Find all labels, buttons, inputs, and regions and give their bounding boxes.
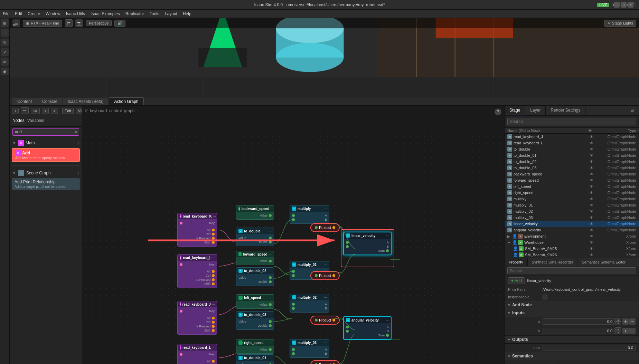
menu[interactable]: ··· — [213, 346, 215, 349]
restore-button[interactable]: □ — [621, 2, 627, 8]
node-menu[interactable]: ··· — [212, 256, 215, 260]
spin-up-btn[interactable]: ▲ — [615, 327, 621, 331]
instanceable-checkbox[interactable] — [543, 295, 547, 299]
plus-btn[interactable]: + — [622, 328, 629, 334]
tree-item-multiply-03[interactable]: N multiply_03 👁 OmniGraphNode — [505, 214, 639, 221]
tab-console[interactable]: Console — [37, 98, 62, 105]
menu-file[interactable]: File — [3, 11, 9, 16]
rotate-tool[interactable]: ↻ — [1, 39, 9, 46]
tree-item-environment[interactable]: ▶ 👤 X Environment 👁 Xform — [505, 233, 639, 239]
tree-item-to-double-01[interactable]: N to_double_01 👁 OmniGraphNode — [505, 152, 639, 159]
spin-down-btn[interactable]: ▼ — [615, 322, 621, 325]
product4-node[interactable]: Product — [310, 360, 340, 364]
more-btn[interactable]: > — [51, 108, 58, 114]
add-node-section[interactable]: ▼ Add Node — [505, 301, 639, 309]
search-clear-btn[interactable]: ✕ — [74, 130, 78, 134]
node-menu[interactable]: ··· — [269, 229, 272, 233]
spin-down-btn[interactable]: ▼ — [615, 331, 621, 334]
forward-speed-node[interactable]: forward_speed ··· Value — [236, 251, 274, 265]
scene-graph-header[interactable]: ▼ ⬡ Scene Graph 1 — [12, 169, 80, 178]
inputs-section[interactable]: ▼ Inputs — [505, 309, 639, 317]
menu[interactable]: ··· — [324, 296, 327, 299]
menu[interactable]: ··· — [212, 303, 215, 306]
tree-item-backward-speed[interactable]: N backward_speed 👁 OmniGraphNode — [505, 171, 639, 177]
renderer-btn[interactable]: ◉ RTX - Real-Time — [23, 20, 62, 27]
camera-icon[interactable]: 📷 — [75, 19, 83, 27]
tree-item-read-keyboard-j[interactable]: N read_keyboard_J 👁 OmniGraphNode — [505, 134, 639, 140]
menu[interactable]: ··· — [269, 341, 272, 345]
menu-replicator[interactable]: Replicator — [125, 11, 144, 16]
menu-layout[interactable]: Layout — [165, 11, 177, 16]
backward-speed-node[interactable]: V backward_speed ··· Value — [236, 205, 274, 220]
product2-node[interactable]: Product — [310, 271, 340, 280]
add-prim-item[interactable]: Add Prim Relationship Adds a target p...… — [12, 178, 80, 190]
menu[interactable]: ··· — [269, 313, 272, 317]
to-double-02-node[interactable]: × to_double_02 ··· Value Double — [236, 267, 274, 286]
tab-variables[interactable]: Variables — [27, 118, 44, 124]
menu-isaac-examples[interactable]: Isaac Examples — [91, 11, 120, 16]
tab-render-settings[interactable]: Render Settings — [546, 106, 585, 115]
graph-edit-btn[interactable]: Edit — [62, 108, 74, 114]
outputs-section[interactable]: ▼ Outputs — [505, 336, 639, 344]
menu[interactable]: ··· — [269, 269, 272, 273]
add-property-btn[interactable]: + Add — [508, 277, 525, 284]
menu[interactable]: ··· — [269, 356, 272, 360]
tree-item-angular-velocity[interactable]: N angular_velocity 👁 OmniGraphNode — [505, 227, 639, 233]
tree-item-sm-beama-9m25[interactable]: 👤 X SM_BeamA_9M25 👁 Xform — [505, 246, 639, 252]
plus-btn[interactable]: + — [622, 318, 629, 325]
menu-isaac-utils[interactable]: Isaac Utils — [66, 11, 85, 16]
graph-canvas[interactable]: ⊞ keyboard_control_graph ? — [82, 106, 504, 364]
property-search-input[interactable] — [507, 267, 636, 274]
tab-action-graph[interactable]: Action Graph — [109, 97, 143, 105]
read-keyboard-k-node[interactable]: K read_keyboard_K ··· Key Alt — [177, 213, 217, 247]
menu-tools[interactable]: Tools — [150, 11, 159, 16]
right-speed-node[interactable]: right_speed ··· Value — [236, 339, 274, 354]
left-speed-node[interactable]: left_speed ··· Value — [236, 294, 274, 309]
input-a-field[interactable] — [543, 318, 615, 325]
tab-nodes[interactable]: Nodes — [12, 118, 25, 124]
stage-search-input[interactable] — [507, 118, 636, 125]
tree-item-to-double-03[interactable]: N to_double_03 👁 OmniGraphNode — [505, 165, 639, 171]
scale-tool[interactable]: ⤢ — [1, 48, 9, 56]
minimize-button[interactable]: − — [614, 2, 620, 8]
tree-item-linear-velocity[interactable]: N linear_velocity 👁 OmniGraphNode — [505, 221, 639, 227]
menu[interactable]: ··· — [324, 341, 327, 345]
multiply-03-node[interactable]: × multiply_03 ··· A B — [290, 339, 329, 358]
help-button[interactable]: ? — [495, 108, 501, 115]
tree-item-multiply[interactable]: N multiply 👁 OmniGraphNode — [505, 196, 639, 202]
tree-item-multiply-02[interactable]: N multiply_02 👁 OmniGraphNode — [505, 208, 639, 214]
filter-btn[interactable]: ⊟ — [626, 106, 639, 115]
input-b-field[interactable] — [543, 328, 615, 334]
menu[interactable]: ··· — [269, 252, 272, 256]
output-sum-field[interactable] — [543, 345, 636, 351]
product1-node[interactable]: Product — [310, 223, 340, 232]
tree-item-forward-speed[interactable]: N forward_speed 👁 OmniGraphNode — [505, 177, 639, 183]
to-double-03-node[interactable]: × to_double_03 ··· Value Double — [236, 311, 274, 330]
tab-layer[interactable]: Layer — [525, 106, 546, 115]
semantics-section[interactable]: ▼ Semantics — [505, 352, 639, 360]
read-keyboard-j-node[interactable]: J read_keyboard_J ··· Key Alt — [177, 301, 217, 335]
camera-tool[interactable]: ◉ — [1, 68, 9, 75]
tab-content[interactable]: Content — [12, 98, 37, 105]
perspective-btn[interactable]: Perspective — [86, 20, 112, 26]
read-keyboard-l-node[interactable]: L read_keyboard_L ··· Key Alt — [177, 344, 217, 364]
tree-item-to-double-02[interactable]: N to_double_02 👁 OmniGraphNode — [505, 159, 639, 165]
menu[interactable]: ··· — [386, 318, 389, 322]
tab-stage[interactable]: Stage — [505, 106, 525, 115]
menu[interactable]: ··· — [324, 263, 327, 267]
tree-item-sm-beama-9m26[interactable]: 👤 X SM_BeamA_9M26 👁 Xform — [505, 252, 639, 258]
node-search-input[interactable] — [12, 128, 79, 136]
stage-lights-btn[interactable]: ☀ Stage Lights — [604, 20, 636, 27]
to-double-node[interactable]: × to_double ··· Value Double — [236, 228, 274, 246]
tab-synthetic-data[interactable]: Synthetic Data Recorder — [528, 258, 578, 266]
gizmo-tool[interactable]: ⊕ — [1, 58, 9, 66]
menu-create[interactable]: Create — [28, 11, 40, 16]
spin-up-btn[interactable]: ▲ — [615, 318, 621, 322]
tree-item-warehouse[interactable]: ▼ 👤 X Warehouse 👁 Xform — [505, 239, 639, 246]
math-section-header[interactable]: ▼ × Math 1 — [12, 138, 80, 147]
menu-window[interactable]: Window — [46, 11, 60, 16]
edit-pencil-btn[interactable]: ✏ — [21, 107, 29, 114]
tree-item-multiply-01[interactable]: N multiply_01 👁 OmniGraphNode — [505, 202, 639, 208]
linear-velocity-node[interactable]: + linear_velocity ··· A B — [343, 232, 392, 255]
angular-velocity-node[interactable]: + angular_velocity ··· A B — [343, 316, 392, 340]
